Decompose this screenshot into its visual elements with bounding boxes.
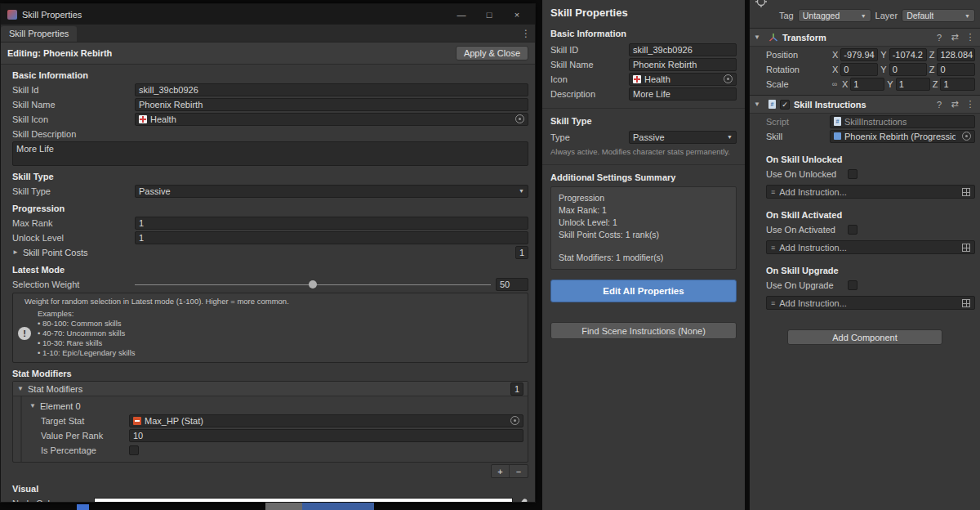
instruction-picker-icon[interactable] (962, 299, 970, 307)
skill-id-input[interactable]: skill_39cb0926 (135, 83, 528, 96)
use-on-unlocked-checkbox[interactable] (848, 169, 858, 179)
panel-description-label: Description (550, 89, 629, 99)
window-titlebar[interactable]: Skill Properties — □ × (1, 4, 535, 25)
skill-description-label: Skill Description (12, 129, 135, 139)
tag-dropdown[interactable]: Untagged ▼ (798, 9, 871, 22)
rotation-z-input[interactable]: 0 (937, 63, 975, 76)
panel-type-label: Type (550, 132, 629, 142)
rotation-x-input[interactable]: 0 (840, 63, 878, 76)
position-x-input[interactable]: -979.94 (840, 48, 878, 61)
summary-line: Max Rank: 1 (559, 204, 728, 217)
axis-z-label: Z (933, 79, 938, 89)
skill-instructions-header[interactable]: ▼ # ✓ Skill Instructions ? ⇄ ⋮ (750, 96, 980, 114)
maximize-button[interactable]: □ (478, 10, 501, 20)
help-icon[interactable]: ? (933, 33, 945, 42)
rotation-y-input[interactable]: 0 (889, 63, 927, 76)
minimize-button[interactable]: — (450, 10, 473, 20)
node-color-swatch[interactable] (94, 498, 513, 502)
panel-skill-name-input[interactable]: Phoenix Rebirth (629, 58, 737, 71)
add-element-button[interactable]: + (492, 465, 510, 477)
script-icon: # (768, 100, 776, 109)
kebab-menu-icon[interactable]: ⋮ (964, 32, 976, 42)
use-on-activated-label: Use On Activated (766, 225, 848, 235)
skill-type-dropdown[interactable]: Passive ▼ (135, 185, 528, 198)
foldout-open-icon[interactable]: ▼ (29, 402, 40, 409)
add-instruction-field[interactable]: ≡ Add Instruction... (766, 240, 975, 254)
presets-icon[interactable]: ⇄ (949, 99, 960, 110)
scale-link-icon[interactable]: ∞ (830, 80, 840, 88)
use-on-activated-checkbox[interactable] (848, 225, 858, 235)
selection-weight-input[interactable]: 50 (496, 278, 528, 291)
remove-element-button[interactable]: − (510, 465, 528, 477)
foldout-open-icon[interactable]: ▼ (754, 101, 764, 108)
object-picker-icon[interactable] (962, 132, 971, 141)
add-instruction-field[interactable]: ≡ Add Instruction... (766, 185, 975, 199)
max-rank-input[interactable]: 1 (135, 217, 528, 230)
foldout-open-icon[interactable]: ▼ (17, 385, 28, 392)
target-stat-object-field[interactable]: Max_HP (Stat) (129, 414, 523, 427)
on-skill-activated-heading: On Skill Activated (766, 210, 980, 220)
slider-thumb[interactable] (309, 280, 317, 289)
edit-all-properties-button[interactable]: Edit All Properties (550, 280, 737, 302)
instruction-picker-icon[interactable] (962, 188, 970, 196)
skill-row: Skill Phoenix Rebirth (Progressio (750, 129, 975, 143)
kebab-menu-icon[interactable]: ⋮ (964, 99, 976, 110)
apply-close-button[interactable]: Apply & Close (456, 46, 528, 60)
tab-skill-properties[interactable]: Skill Properties (1, 26, 77, 42)
selection-weight-slider[interactable] (135, 278, 491, 291)
panel-description-input[interactable]: More Life (629, 87, 737, 101)
transform-header[interactable]: ▼ Transform ? ⇄ ⋮ (750, 29, 980, 47)
script-object-field[interactable]: # SkillInstructions (830, 115, 975, 128)
find-scene-instructions-button[interactable]: Find Scene Instructions (None) (550, 322, 737, 339)
help-icon[interactable]: ? (933, 100, 945, 110)
skill-id-label: Skill Id (12, 85, 135, 95)
object-picker-icon[interactable] (510, 416, 519, 425)
add-component-button[interactable]: Add Component (787, 329, 942, 345)
skill-object-field[interactable]: Phoenix Rebirth (Progressio (830, 130, 975, 143)
close-button[interactable]: × (506, 10, 528, 20)
instruction-picker-icon[interactable] (962, 244, 970, 252)
is-percentage-checkbox[interactable] (129, 445, 139, 455)
target-stat-label: Target Stat (41, 416, 129, 426)
value-per-rank-input[interactable]: 10 (129, 429, 523, 442)
element-0-row[interactable]: ▼ Element 0 (29, 399, 523, 413)
position-z-input[interactable]: 128.084 (937, 48, 975, 61)
section-visual: Visual (12, 484, 528, 494)
skill-name-input[interactable]: Phoenix Rebirth (135, 98, 528, 111)
component-enabled-checkbox[interactable]: ✓ (780, 100, 790, 110)
skill-point-costs-label[interactable]: Skill Point Costs (23, 248, 87, 257)
skill-point-costs-size-input[interactable]: 1 (515, 246, 528, 259)
foldout-open-icon[interactable]: ▼ (754, 34, 764, 41)
scale-y-input[interactable]: 1 (896, 78, 930, 91)
stat-modifiers-list-header[interactable]: ▼ Stat Modifiers 1 (13, 382, 528, 396)
skill-description-input[interactable]: More Life (12, 141, 528, 166)
panel-icon-value: Health (644, 74, 670, 84)
panel-icon-object-field[interactable]: Health (629, 73, 737, 86)
foldout-closed-icon[interactable]: ► (12, 248, 23, 256)
max-rank-row: Max Rank 1 (12, 216, 528, 230)
object-picker-icon[interactable] (515, 114, 524, 123)
scale-row: Scale ∞ X 1 Y 1 Z 1 (750, 77, 975, 91)
chevron-down-icon: ▼ (964, 13, 970, 19)
panel-skill-id-input[interactable]: skill_39cb0926 (629, 43, 737, 56)
stat-modifiers-size-input[interactable]: 1 (510, 382, 523, 396)
position-y-input[interactable]: -1074.2 (889, 48, 927, 61)
tab-menu-icon[interactable]: ⋮ (517, 28, 535, 39)
layer-dropdown[interactable]: Default ▼ (902, 9, 975, 22)
selection-weight-row: Selection Weight 50 (12, 277, 528, 291)
axis-y-label: Y (880, 50, 886, 60)
unlock-level-input[interactable]: 1 (135, 231, 528, 244)
add-instruction-field[interactable]: ≡ Add Instruction... (766, 296, 975, 310)
scale-x-input[interactable]: 1 (850, 78, 884, 91)
presets-icon[interactable]: ⇄ (949, 32, 960, 42)
inspector-panel: Tag Untagged ▼ Layer Default ▼ ▼ Transfo… (749, 0, 980, 510)
skill-icon-object-field[interactable]: Health (135, 113, 528, 126)
scale-z-input[interactable]: 1 (940, 78, 975, 91)
eyedropper-icon[interactable] (518, 498, 528, 502)
use-on-upgrade-checkbox[interactable] (848, 280, 858, 290)
examples-block: Examples: • 80-100: Common skills • 40-7… (38, 309, 136, 358)
object-picker-icon[interactable] (724, 74, 733, 83)
position-x-group: X -979.94 (830, 48, 878, 61)
panel-type-dropdown[interactable]: Passive ▼ (629, 131, 737, 144)
add-instruction-row: ≡ Add Instruction... (766, 240, 975, 254)
